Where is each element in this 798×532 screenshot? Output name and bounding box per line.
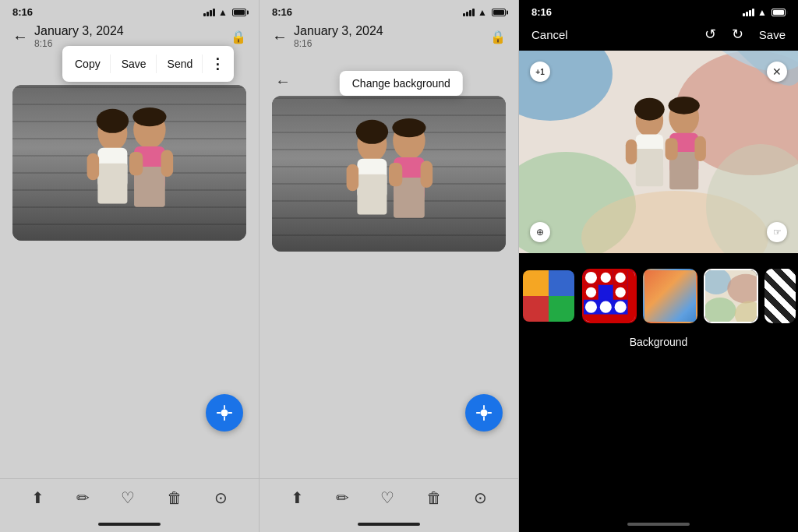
nav-title-1: January 3, 2024 [34, 24, 124, 38]
editor-canvas: +1 ✕ ⊕ ☞ [519, 51, 798, 253]
circles-pattern-icon [584, 270, 635, 322]
swatch-abstract-pastel[interactable] [704, 269, 758, 323]
bottom-toolbar-1: ⬆ ✏ ♡ 🗑 ⊙ [0, 478, 259, 520]
swatch-warm-gradient[interactable] [643, 269, 697, 323]
kids-svg-2 [295, 104, 482, 252]
signal-icon-1 [203, 9, 215, 16]
svg-point-19 [392, 118, 425, 137]
svg-rect-40 [666, 138, 678, 160]
swatch-circles[interactable] [582, 269, 637, 323]
svg-point-33 [634, 98, 665, 121]
svg-point-64 [616, 273, 626, 283]
top-nav-2: ← January 3, 2024 8:16 🔒 [260, 21, 518, 54]
svg-point-62 [601, 273, 611, 283]
abstract-swatch-icon [705, 270, 757, 322]
battery-icon-2 [492, 9, 506, 16]
editor-top-bar: Cancel ↺ ↻ Save [519, 21, 798, 51]
editor-redo-button[interactable]: ↻ [732, 26, 743, 43]
handle-remove[interactable]: ✕ [767, 62, 787, 82]
nav-subtitle-2: 8:16 [294, 38, 383, 49]
svg-point-50 [585, 301, 597, 313]
svg-point-11 [221, 409, 228, 416]
status-bar-2: 8:16 ▲ [260, 0, 518, 21]
fab-button-2[interactable] [465, 394, 503, 432]
delete-icon-2[interactable]: 🗑 [426, 489, 442, 507]
save-button[interactable]: Save [112, 55, 157, 73]
svg-rect-70 [628, 270, 635, 322]
handle-move[interactable]: ⊕ [530, 222, 550, 242]
heart-icon-1[interactable]: ♡ [121, 488, 135, 507]
phone-panel-1: 8:16 ▲ ← January 3, 2024 8:16 🔒 Copy Sav… [0, 0, 260, 532]
svg-rect-2 [97, 164, 127, 204]
tooltip-container: Change background ← [260, 57, 518, 96]
background-swatches-row [509, 253, 798, 333]
battery-icon-1 [232, 9, 246, 16]
svg-rect-20 [347, 164, 359, 192]
editor-undo-button[interactable]: ↺ [704, 26, 716, 43]
fab-button-1[interactable] [206, 394, 243, 432]
editor-bottom-area: Background [519, 253, 798, 520]
back-button-1[interactable]: ← [12, 28, 28, 46]
editor-cancel-button[interactable]: Cancel [531, 28, 568, 41]
delete-icon-1[interactable]: 🗑 [167, 489, 182, 507]
home-indicator-1 [98, 523, 161, 526]
svg-rect-9 [161, 150, 174, 177]
home-indicator-2 [358, 523, 420, 526]
svg-point-3 [97, 109, 129, 133]
lock-icon-1: 🔒 [231, 30, 246, 44]
swatch-quad[interactable] [521, 269, 576, 323]
svg-point-51 [600, 301, 612, 313]
phone-panel-2: 8:16 ▲ ← January 3, 2024 8:16 🔒 Change b… [260, 0, 519, 532]
context-menu-1: Copy Save Send ⋮ [62, 46, 234, 82]
nav-title-2: January 3, 2024 [294, 24, 383, 38]
handle-resize[interactable]: ☞ [767, 222, 787, 242]
copy-button[interactable]: Copy [65, 55, 111, 73]
status-icons-2: ▲ [463, 7, 506, 18]
tooltip-bubble: Change background [340, 71, 463, 96]
more-icon-1[interactable]: ⊙ [214, 488, 228, 507]
editor-status-icons: ▲ [743, 7, 786, 18]
status-time-2: 8:16 [272, 6, 292, 18]
photo-container-1 [12, 85, 246, 241]
svg-point-37 [669, 97, 700, 115]
bottom-toolbar-2: ⬆ ✏ ♡ 🗑 ⊙ [260, 478, 518, 520]
handle-add-layers[interactable]: +1 [530, 62, 550, 82]
kids-photo-2 [272, 96, 506, 252]
signal-icon-2 [463, 9, 475, 16]
svg-point-69 [616, 287, 626, 298]
editor-panel: 8:16 ▲ Cancel ↺ ↻ Save [519, 0, 798, 532]
editor-kids-subject [602, 61, 728, 243]
svg-rect-38 [626, 139, 637, 164]
home-indicator-3 [627, 523, 690, 526]
svg-rect-22 [389, 163, 402, 186]
svg-point-52 [615, 301, 627, 313]
svg-rect-10 [129, 152, 143, 175]
swatch-stripes[interactable] [764, 269, 796, 323]
kids-svg-1 [36, 93, 223, 241]
edit-icon-1[interactable]: ✏ [76, 488, 90, 507]
status-time-1: 8:16 [12, 6, 33, 18]
wifi-icon-1: ▲ [218, 7, 228, 18]
more-icon-2[interactable]: ⊙ [474, 488, 487, 507]
share-icon-2[interactable]: ⬆ [291, 488, 304, 507]
share-icon-1[interactable]: ⬆ [31, 488, 44, 507]
edit-icon-2[interactable]: ✏ [336, 488, 349, 507]
more-button[interactable]: ⋮ [204, 52, 231, 76]
photo-container-2 [272, 96, 506, 252]
svg-rect-39 [695, 136, 706, 161]
editor-save-button[interactable]: Save [759, 28, 786, 41]
back-arrow-2[interactable]: ← [275, 72, 291, 90]
heart-icon-2[interactable]: ♡ [380, 488, 394, 507]
wifi-icon-2: ▲ [478, 7, 487, 18]
svg-point-23 [480, 409, 487, 416]
editor-status-time: 8:16 [531, 6, 552, 18]
svg-rect-8 [87, 153, 100, 181]
send-button[interactable]: Send [158, 55, 203, 73]
editor-actions: ↺ ↻ Save [704, 26, 786, 43]
status-icons-1: ▲ [203, 7, 246, 18]
editor-battery-icon [772, 9, 786, 16]
editor-signal-icon [743, 9, 754, 16]
lock-icon-2: 🔒 [490, 30, 506, 44]
svg-rect-32 [636, 149, 663, 186]
back-button-2[interactable]: ← [272, 28, 288, 46]
